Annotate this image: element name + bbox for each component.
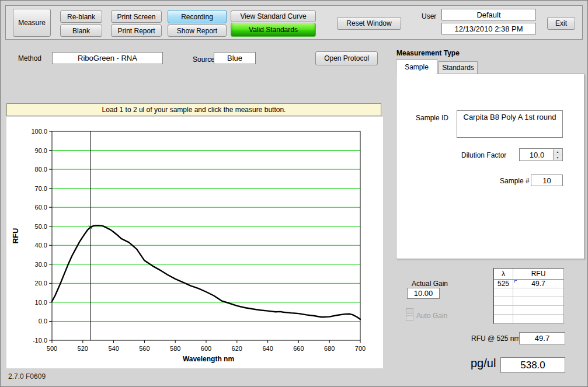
source-field[interactable]: Blue (214, 52, 256, 64)
svg-text:50.0: 50.0 (35, 223, 47, 230)
dilution-factor-spinner[interactable]: ▲ ▼ (553, 149, 562, 160)
svg-text:620: 620 (232, 345, 242, 352)
svg-text:680: 680 (324, 345, 335, 352)
svg-text:500: 500 (47, 345, 57, 352)
sample-number-label: Sample # (500, 177, 530, 185)
concentration-unit-label: pg/ul (471, 357, 496, 370)
sample-id-field[interactable]: Carpita B8 Poly A 1st round (457, 110, 563, 138)
svg-text:70.0: 70.0 (35, 185, 47, 192)
actual-gain-field: 10.00 (407, 288, 440, 299)
app-window: Measure Re-blank Blank Print Screen Prin… (0, 0, 588, 387)
table-row[interactable] (494, 315, 563, 323)
lambda-column-header: λ (494, 269, 513, 279)
svg-text:600: 600 (201, 345, 211, 352)
re-blank-button[interactable]: Re-blank (60, 11, 102, 23)
svg-text:540: 540 (108, 345, 119, 352)
rfu-cell-value: 49.7 (531, 280, 545, 288)
spectrum-chart-pane: -10.00.010.020.030.040.050.060.070.080.0… (6, 117, 383, 368)
method-field[interactable]: RiboGreen - RNA (52, 52, 163, 64)
svg-text:60.0: 60.0 (35, 204, 47, 211)
spinner-up-icon[interactable]: ▲ (554, 149, 562, 155)
table-row[interactable] (494, 297, 563, 306)
table-row[interactable] (494, 288, 563, 297)
measurement-type-title: Measurement Type (396, 49, 460, 57)
view-standard-curve-button[interactable]: View Standard Curve (231, 11, 316, 22)
user-name-field[interactable]: Default (441, 9, 536, 20)
rfu-at-525-label: RFU @ 525 nm (471, 334, 520, 343)
reset-window-button[interactable]: Reset Window (337, 17, 401, 30)
cell-selection-mark (514, 280, 517, 283)
svg-text:10.0: 10.0 (35, 299, 47, 306)
valid-standards-indicator[interactable]: Valid Standards (231, 23, 316, 37)
open-protocol-button[interactable]: Open Protocol (315, 51, 378, 65)
svg-text:660: 660 (293, 345, 304, 352)
dilution-factor-field[interactable]: 10.0 ▲ ▼ (519, 148, 563, 161)
spinner-down-icon[interactable]: ▼ (554, 155, 562, 161)
toggle-upper-half (406, 309, 413, 314)
instruction-banner: Load 1 to 2 ul of your sample and click … (6, 103, 381, 116)
svg-text:580: 580 (170, 345, 180, 352)
actual-gain-label: Actual Gain (412, 280, 448, 288)
print-report-button[interactable]: Print Report (111, 25, 162, 37)
table-row[interactable] (494, 306, 563, 315)
wavelength-rfu-table[interactable]: λ RFU 525 49.7 (493, 268, 564, 324)
source-label: Source (193, 55, 215, 64)
svg-text:0.0: 0.0 (39, 318, 47, 325)
table-header-row: λ RFU (494, 269, 563, 280)
svg-text:640: 640 (262, 345, 273, 352)
lambda-cell: 525 (494, 280, 513, 288)
svg-text:80.0: 80.0 (35, 166, 47, 173)
show-report-button[interactable]: Show Report (168, 25, 227, 37)
measure-button[interactable]: Measure (13, 9, 51, 37)
dilution-factor-label: Dilution Factor (461, 151, 506, 159)
auto-gain-toggle-icon[interactable] (406, 308, 413, 321)
rfu-column-header: RFU (513, 269, 563, 279)
svg-text:520: 520 (78, 345, 88, 352)
auto-gain-label: Auto Gain (416, 312, 447, 320)
svg-text:Wavelength nm: Wavelength nm (183, 355, 234, 363)
sample-tab-page (396, 74, 584, 259)
sample-id-label: Sample ID (416, 114, 448, 122)
exit-button[interactable]: Exit (547, 17, 575, 30)
svg-text:30.0: 30.0 (35, 261, 47, 268)
datetime-field: 12/13/2010 2:38 PM (441, 23, 536, 34)
svg-text:20.0: 20.0 (35, 280, 47, 287)
table-row[interactable]: 525 49.7 (494, 280, 563, 288)
rfu-cell: 49.7 (513, 280, 563, 288)
svg-text:RFU: RFU (11, 228, 20, 244)
svg-text:90.0: 90.0 (35, 147, 47, 154)
toolbar-panel: Measure Re-blank Blank Print Screen Prin… (5, 5, 583, 40)
svg-text:560: 560 (139, 345, 149, 352)
blank-button[interactable]: Blank (60, 25, 102, 37)
svg-text:40.0: 40.0 (35, 242, 47, 249)
concentration-field: 538.0 (500, 357, 565, 373)
svg-text:-10.0: -10.0 (33, 337, 47, 344)
svg-text:700: 700 (355, 345, 366, 352)
user-label: User (422, 12, 436, 20)
spectrum-plot[interactable]: -10.00.010.020.030.040.050.060.070.080.0… (6, 117, 383, 368)
dilution-factor-value: 10.0 (530, 151, 544, 159)
rfu-at-525-field: 49.7 (519, 332, 565, 344)
svg-text:100.0: 100.0 (31, 128, 47, 135)
tab-sample[interactable]: Sample (396, 60, 437, 74)
tab-standards[interactable]: Standards (439, 61, 478, 74)
toggle-ridge (406, 315, 413, 316)
sample-number-field[interactable]: 10 (531, 175, 563, 186)
print-screen-button[interactable]: Print Screen (111, 11, 162, 23)
recording-indicator-button[interactable]: Recording (168, 10, 227, 23)
method-label: Method (18, 54, 41, 62)
version-text: 2.7.0 F0609 (8, 372, 46, 381)
